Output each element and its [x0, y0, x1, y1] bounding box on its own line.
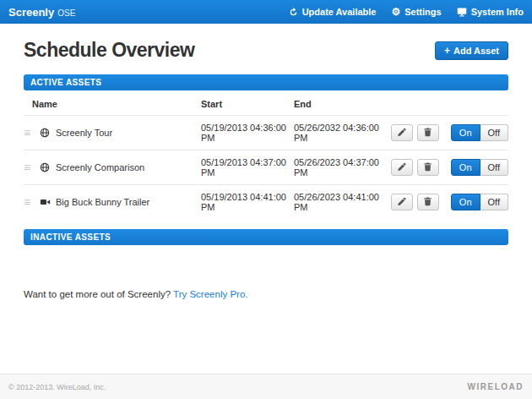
column-header-start: Start — [201, 99, 222, 109]
promo-text: Want to get more out of Screenly? Try Sc… — [24, 289, 508, 299]
on-off-toggle: On Off — [451, 124, 508, 141]
nav-system-info[interactable]: System Info — [457, 7, 524, 17]
screenly-pro-link[interactable]: Try Screenly Pro. — [173, 289, 247, 299]
pencil-icon — [397, 196, 406, 209]
asset-name: Big Buck Bunny Trailer — [56, 197, 149, 207]
table-row: ≡ Screenly Tour 05/19/2013 04:36:00 PM 0… — [24, 115, 508, 150]
monitor-icon — [457, 7, 467, 17]
pencil-icon — [397, 127, 406, 139]
toggle-on-button[interactable]: On — [451, 124, 480, 141]
table-row: ≡ Big Buck Bunny Trailer 05/19/2013 04:4… — [24, 184, 508, 219]
asset-name: Screenly Comparison — [56, 162, 144, 172]
toggle-on-button[interactable]: On — [451, 194, 480, 210]
nav-settings[interactable]: ⚙ Settings — [391, 7, 441, 17]
globe-icon — [40, 162, 51, 173]
drag-handle[interactable]: ≡ — [24, 197, 35, 207]
title-row: Schedule Overview + Add Asset — [24, 39, 508, 62]
pencil-icon — [397, 161, 406, 174]
brand-name: Screenly — [8, 6, 54, 19]
column-header-end: End — [294, 99, 312, 109]
asset-start: 05/19/2013 04:37:00 PM — [201, 157, 294, 178]
toggle-off-button[interactable]: Off — [480, 159, 508, 176]
video-camera-icon — [40, 197, 51, 208]
table-header: Name Start End — [24, 90, 508, 115]
promo-message: Want to get more out of Screenly? — [24, 289, 171, 299]
add-asset-label: Add Asset — [453, 46, 499, 56]
plus-icon: + — [444, 46, 450, 55]
trash-icon — [423, 161, 432, 174]
delete-button[interactable] — [417, 124, 439, 141]
main-content: Schedule Overview + Add Asset ACTIVE ASS… — [0, 39, 532, 299]
column-header-name: Name — [32, 99, 57, 109]
edit-button[interactable] — [391, 159, 413, 176]
toggle-off-button[interactable]: Off — [480, 124, 508, 141]
asset-start: 05/19/2013 04:41:00 PM — [201, 192, 294, 212]
asset-end: 05/26/2023 04:41:00 PM — [294, 192, 388, 212]
nav-update-label: Update Available — [302, 7, 377, 17]
delete-button[interactable] — [417, 159, 439, 176]
edit-button[interactable] — [391, 194, 413, 210]
toggle-off-button[interactable]: Off — [480, 194, 508, 210]
wireload-logo: WIRELOAD — [468, 382, 524, 391]
on-off-toggle: On Off — [451, 194, 508, 210]
navbar-menu: Update Available ⚙ Settings System Info — [289, 7, 524, 17]
update-refresh-icon — [289, 8, 298, 17]
gear-icon: ⚙ — [391, 7, 400, 17]
inactive-assets-header: INACTIVE ASSETS — [24, 229, 508, 245]
page-title: Schedule Overview — [24, 39, 194, 62]
asset-start: 05/19/2013 04:36:00 PM — [201, 123, 294, 143]
copyright-text: © 2012-2013. WireLoad, Inc. — [8, 383, 106, 391]
footer: © 2012-2013. WireLoad, Inc. WIRELOAD — [0, 374, 532, 399]
on-off-toggle: On Off — [451, 159, 508, 176]
delete-button[interactable] — [417, 194, 439, 210]
brand[interactable]: Screenly OSE — [8, 6, 75, 19]
trash-icon — [423, 196, 432, 209]
drag-handle[interactable]: ≡ — [24, 162, 35, 172]
asset-end: 05/26/2023 04:37:00 PM — [294, 157, 388, 178]
table-row: ≡ Screenly Comparison 05/19/2013 04:37:0… — [24, 150, 508, 184]
asset-end: 05/26/2032 04:36:00 PM — [294, 123, 388, 143]
drag-handle[interactable]: ≡ — [24, 128, 35, 138]
nav-settings-label: Settings — [404, 7, 441, 17]
brand-edition: OSE — [57, 8, 75, 18]
add-asset-button[interactable]: + Add Asset — [435, 41, 508, 60]
active-assets-header: ACTIVE ASSETS — [24, 74, 508, 90]
edit-button[interactable] — [391, 124, 413, 141]
nav-system-info-label: System Info — [471, 7, 524, 17]
trash-icon — [423, 127, 432, 139]
nav-update-available[interactable]: Update Available — [289, 7, 377, 17]
top-navbar: Screenly OSE Update Available ⚙ Settings… — [0, 0, 532, 24]
toggle-on-button[interactable]: On — [451, 159, 480, 176]
asset-name: Screenly Tour — [56, 128, 112, 138]
globe-icon — [40, 128, 51, 139]
